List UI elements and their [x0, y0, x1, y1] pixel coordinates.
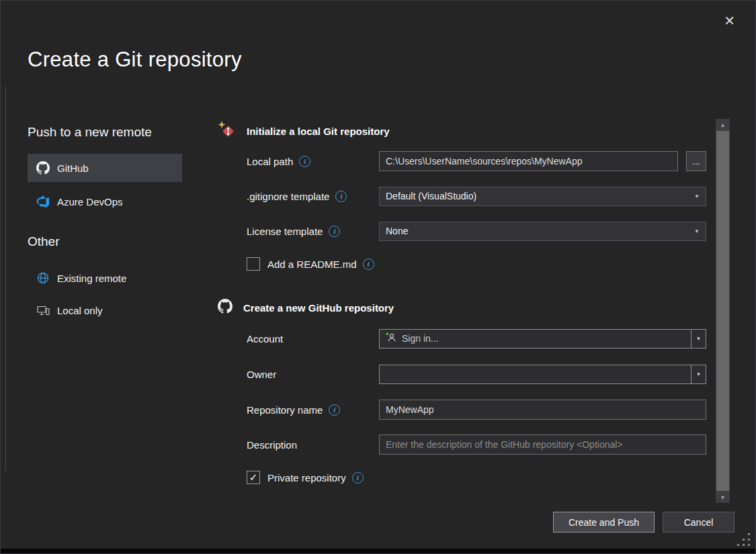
- sidebar-item-label: Existing remote: [57, 273, 126, 284]
- description-row: Description: [247, 434, 706, 455]
- private-repository-label: Private repository: [267, 472, 346, 483]
- owner-row: Owner ▼: [247, 364, 706, 384]
- private-repository-row: ✓ Private repository i: [247, 467, 706, 488]
- owner-combo[interactable]: ▼: [379, 365, 706, 384]
- create-and-push-button[interactable]: Create and Push: [553, 512, 655, 533]
- resize-grip[interactable]: [736, 532, 752, 548]
- readme-checkbox[interactable]: [247, 257, 260, 271]
- info-icon[interactable]: i: [329, 404, 340, 416]
- azure-devops-icon: [36, 195, 50, 207]
- repository-name-input[interactable]: [379, 400, 706, 420]
- scrollbar-thumb[interactable]: [716, 131, 729, 491]
- push-remote-heading: Push to a new remote: [28, 125, 152, 140]
- globe-icon: [36, 272, 50, 284]
- background-window-edge: [5, 87, 6, 471]
- scroll-up-icon[interactable]: ▲: [716, 119, 730, 130]
- repository-name-row: Repository name i: [247, 400, 706, 420]
- info-icon[interactable]: i: [335, 191, 347, 202]
- page-title: Create a Git repository: [28, 48, 242, 72]
- github-icon: [218, 299, 233, 316]
- info-icon[interactable]: i: [329, 226, 340, 237]
- local-path-label: Local path: [247, 156, 293, 167]
- owner-label: Owner: [247, 369, 276, 380]
- chevron-down-icon: ▼: [694, 228, 700, 234]
- readme-row: Add a README.md i: [247, 254, 706, 274]
- other-heading: Other: [28, 234, 60, 249]
- vertical-scrollbar[interactable]: ▲ ▼: [716, 119, 730, 503]
- github-section-heading-row: Create a new GitHub repository: [218, 299, 394, 316]
- local-path-row: Local path i ...: [247, 151, 706, 171]
- gitignore-template-dropdown[interactable]: Default (VisualStudio) ▼: [379, 187, 706, 206]
- init-section-heading: Initialize a local Git repository: [247, 126, 390, 137]
- gitignore-template-value: Default (VisualStudio): [386, 191, 476, 201]
- sidebar-item-label: Local only: [57, 305, 103, 316]
- git-init-icon: [218, 121, 236, 142]
- private-repository-checkbox[interactable]: ✓: [247, 471, 260, 484]
- local-path-input[interactable]: [379, 151, 678, 171]
- sidebar-item-azure-devops[interactable]: Azure DevOps: [28, 187, 182, 216]
- gitignore-row: .gitignore template i Default (VisualStu…: [247, 186, 706, 206]
- browse-button[interactable]: ...: [686, 151, 706, 171]
- license-template-value: None: [386, 226, 408, 236]
- chevron-down-icon: ▼: [696, 371, 702, 377]
- chevron-down-icon: ▼: [696, 336, 702, 342]
- license-template-label: License template: [247, 226, 323, 237]
- sidebar-item-existing-remote[interactable]: Existing remote: [28, 264, 182, 292]
- close-icon[interactable]: ✕: [721, 11, 738, 30]
- license-row: License template i None ▼: [247, 221, 706, 241]
- readme-label: Add a README.md: [267, 259, 357, 270]
- account-row: Account Sign in... ▼: [247, 328, 706, 349]
- computer-icon: [36, 305, 50, 316]
- github-section-heading: Create a new GitHub repository: [243, 302, 394, 314]
- sidebar-item-label: GitHub: [57, 163, 89, 174]
- cancel-button[interactable]: Cancel: [663, 512, 734, 533]
- window-bottom-edge: [1, 549, 755, 553]
- sidebar-item-local-only[interactable]: Local only: [28, 296, 182, 324]
- account-dropdown-button[interactable]: ▼: [691, 330, 706, 348]
- sidebar-item-github[interactable]: GitHub: [28, 154, 182, 182]
- repository-name-label: Repository name: [247, 404, 323, 416]
- owner-dropdown-button[interactable]: ▼: [691, 365, 706, 383]
- description-label: Description: [247, 439, 297, 451]
- gitignore-template-label: .gitignore template: [247, 191, 329, 202]
- scroll-down-icon[interactable]: ▼: [716, 492, 730, 503]
- account-combo[interactable]: Sign in... ▼: [379, 329, 706, 349]
- description-input[interactable]: [379, 434, 706, 455]
- info-icon[interactable]: i: [299, 156, 310, 167]
- info-icon[interactable]: i: [363, 259, 374, 270]
- license-template-dropdown[interactable]: None ▼: [379, 222, 706, 241]
- create-git-repository-dialog: ✕ Create a Git repository Push to a new …: [0, 0, 756, 554]
- init-section-heading-row: Initialize a local Git repository: [218, 122, 390, 140]
- account-value: Sign in...: [402, 333, 438, 344]
- info-icon[interactable]: i: [352, 472, 364, 483]
- github-icon: [36, 161, 50, 175]
- chevron-down-icon: ▼: [694, 193, 700, 199]
- account-label: Account: [247, 333, 283, 344]
- sign-in-icon: [385, 332, 396, 345]
- sidebar-item-label: Azure DevOps: [57, 196, 123, 207]
